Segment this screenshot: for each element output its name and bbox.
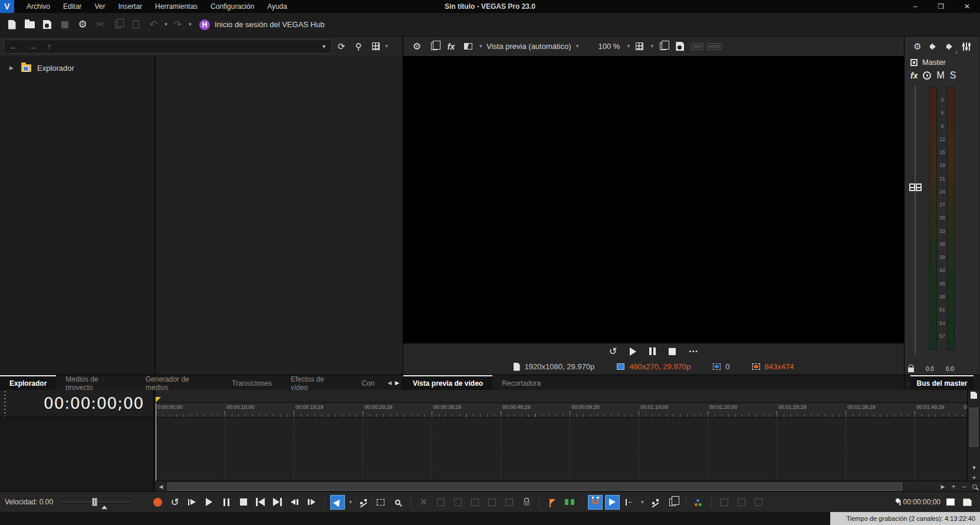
paste-button[interactable] <box>127 17 144 33</box>
mixer-button[interactable] <box>960 40 973 53</box>
scroll-down-button[interactable]: ▼ <box>968 463 980 472</box>
selection-tool-button[interactable] <box>373 495 388 510</box>
refresh-button[interactable]: ⟳ <box>334 40 349 54</box>
speaker-icon[interactable] <box>928 40 940 53</box>
previous-frame-button[interactable] <box>287 495 302 510</box>
preview-play-button[interactable] <box>630 347 636 356</box>
pre-render-button[interactable] <box>734 495 749 510</box>
track-view[interactable] <box>156 418 967 480</box>
normal-edit-tool-button[interactable] <box>330 495 345 510</box>
undo-dropdown[interactable]: ▼ <box>163 22 169 27</box>
tab-scroll-right-icon[interactable]: ▶ <box>395 380 399 386</box>
menu-ayuda[interactable]: Ayuda <box>261 0 294 13</box>
next-frame-button[interactable] <box>304 495 319 510</box>
lock-event-button[interactable] <box>519 495 534 510</box>
tab-medios-de-proyecto[interactable]: Medios de proyecto <box>56 375 136 390</box>
preview-pause-button[interactable] <box>649 347 656 355</box>
video-output-fx-button[interactable]: fx <box>443 39 459 54</box>
pause-button[interactable] <box>219 495 234 510</box>
address-dropdown-icon[interactable]: ▼ <box>317 44 331 50</box>
preview-quality-icon[interactable] <box>617 363 624 370</box>
external-monitor-icon[interactable] <box>946 498 955 506</box>
menu-archivo[interactable]: Archivo <box>20 0 57 13</box>
tab-efectos-de-video[interactable]: Efectos de vídeo <box>281 375 352 390</box>
velocity-slider[interactable] <box>61 497 131 507</box>
ripple-edit-button[interactable] <box>622 495 637 510</box>
menu-configuracion[interactable]: Configuración <box>204 0 261 13</box>
preview-stop-button[interactable] <box>669 348 676 355</box>
snap-toggle-button[interactable] <box>588 495 603 510</box>
trim-start-button[interactable] <box>433 495 448 510</box>
open-in-audio-editor-button[interactable] <box>717 495 732 510</box>
menu-editar[interactable]: Editar <box>57 0 88 13</box>
volume-fader-track[interactable] <box>915 86 916 355</box>
tab-recortadora[interactable]: Recortadora <box>492 375 550 390</box>
fader-lock-icon[interactable] <box>908 368 914 372</box>
up-icon[interactable]: ↑ <box>42 42 57 51</box>
save-project-button[interactable] <box>39 17 55 33</box>
preview-zoom-select[interactable]: 100 % <box>598 42 623 51</box>
zoom-dropdown-icon[interactable]: ▼ <box>625 44 632 49</box>
track-color-button[interactable] <box>691 495 706 510</box>
track-height-icon[interactable] <box>971 392 977 399</box>
hscroll-thumb[interactable] <box>167 483 902 491</box>
tab-transiciones[interactable]: Transiciones <box>222 375 281 390</box>
drag-handle[interactable] <box>0 390 9 416</box>
marker-bar[interactable] <box>156 390 967 403</box>
hub-signin-button[interactable]: Inicio de sesión del VEGAS Hub <box>215 20 324 29</box>
cut-button[interactable]: ✂ <box>92 17 108 33</box>
play-button[interactable] <box>202 495 216 510</box>
stop-button[interactable] <box>236 495 251 510</box>
timeline-zoom-out-button[interactable]: – <box>959 481 969 492</box>
views-button[interactable] <box>368 40 383 54</box>
timeline-zoom-in-button[interactable]: + <box>948 481 959 492</box>
master-fx-button[interactable]: fx <box>910 71 917 80</box>
view-360-button[interactable]: 360 <box>689 39 705 54</box>
copy-snapshot-button[interactable] <box>655 39 670 54</box>
tab-explorador[interactable]: Explorador <box>0 375 56 390</box>
render-to-new-track-button[interactable] <box>751 495 766 510</box>
copy-button[interactable] <box>110 17 126 33</box>
zoom-edit-tool-button[interactable] <box>390 495 405 510</box>
expand-arrow-icon[interactable]: ▶ <box>9 65 21 71</box>
insert-marker-button[interactable] <box>545 495 560 510</box>
preview-settings-button[interactable]: ⚙ <box>409 39 425 54</box>
envelope-tool-button[interactable] <box>356 495 371 510</box>
tab-vista-previa-de-video[interactable]: Vista previa de vídeo <box>403 375 492 390</box>
undo-button[interactable]: ↶ <box>145 17 162 33</box>
tab-scroll-left-icon[interactable]: ◀ <box>387 380 392 386</box>
lock-envelopes-button[interactable] <box>648 495 663 510</box>
pan-icon[interactable] <box>923 71 931 80</box>
master-settings-button[interactable]: ⚙ <box>911 40 924 53</box>
render-as-button[interactable] <box>57 17 73 33</box>
mute-button[interactable]: M <box>936 70 944 81</box>
new-project-button[interactable] <box>4 17 20 33</box>
hdr-button[interactable]: HDR <box>706 39 722 54</box>
properties-button[interactable]: ⚙ <box>74 17 91 33</box>
grid-overlay-button[interactable] <box>632 39 647 54</box>
grid-dropdown-icon[interactable]: ▼ <box>649 44 655 49</box>
velocity-handle[interactable] <box>92 498 97 506</box>
auto-crossfade-button[interactable] <box>605 495 620 510</box>
cursor-time-value[interactable]: 00:00:00;00 <box>903 498 940 506</box>
time-ruler[interactable]: 0:00:00;00 00:00:10;00 00:00:19;29 00:00… <box>156 403 967 418</box>
address-bar[interactable]: ← → ↑ ▼ <box>4 40 332 54</box>
explorer-file-list[interactable] <box>156 56 403 375</box>
copy-frame-button[interactable] <box>426 39 442 54</box>
loop-playback-button[interactable]: ↺ <box>167 495 182 510</box>
split-screen-button[interactable] <box>461 39 476 54</box>
edit-tool-dropdown[interactable]: ▼ <box>347 500 354 505</box>
scroll-left-button[interactable]: ◀ <box>156 481 166 492</box>
trim-adjacent-button[interactable] <box>502 495 517 510</box>
trim-selection-button[interactable] <box>485 495 499 510</box>
menu-ver[interactable]: Ver <box>88 0 111 13</box>
save-snapshot-button[interactable] <box>672 39 688 54</box>
tree-item-explorador[interactable]: ▶ Explorador <box>0 61 154 75</box>
timecode-display[interactable]: 00:00:00;00 <box>0 390 153 417</box>
hscroll-track[interactable] <box>166 481 938 492</box>
trim-end-button[interactable] <box>450 495 465 510</box>
tab-truncated[interactable]: Con <box>352 375 384 390</box>
tab-generador-de-medios[interactable]: Generador de medios <box>136 375 223 390</box>
volume-fader-handle[interactable] <box>909 183 922 191</box>
zoom-tool-button[interactable] <box>969 481 980 492</box>
